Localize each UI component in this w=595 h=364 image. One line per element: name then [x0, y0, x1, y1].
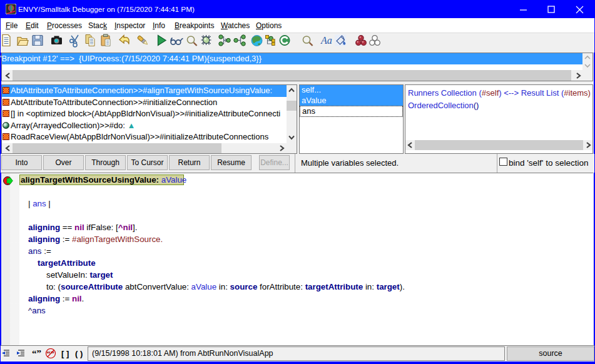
svg-text:[ ]: [ ]	[61, 349, 69, 358]
svg-text:“”: “”	[32, 348, 41, 358]
svg-text:( ): ( )	[75, 349, 83, 358]
svg-text:Aa: Aa	[320, 35, 332, 46]
